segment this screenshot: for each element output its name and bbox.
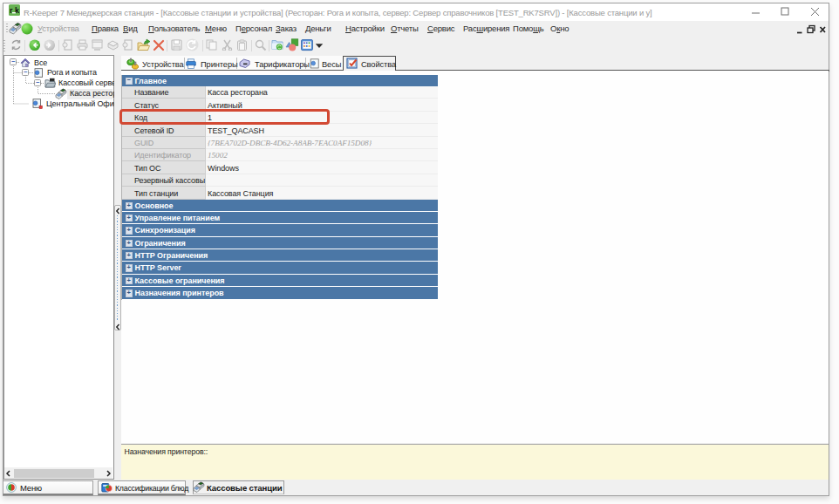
svg-text:r: r	[10, 6, 13, 15]
